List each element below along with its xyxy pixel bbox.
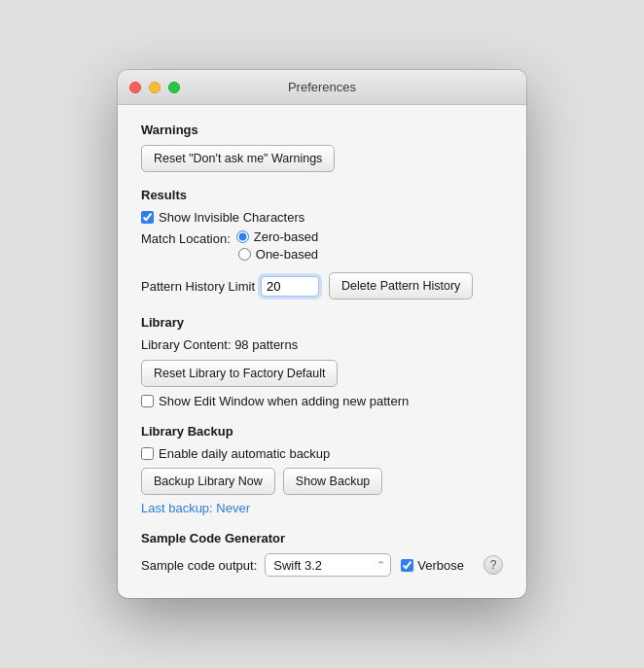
pattern-history-input[interactable] bbox=[261, 276, 319, 297]
one-based-label: One-based bbox=[256, 247, 318, 262]
preferences-window: Preferences Warnings Reset "Don't ask me… bbox=[118, 70, 526, 598]
titlebar: Preferences bbox=[118, 70, 526, 105]
last-backup-row: Last backup: Never bbox=[141, 501, 503, 515]
library-content-value: 98 patterns bbox=[234, 337, 298, 352]
show-invisible-checkbox[interactable] bbox=[141, 211, 154, 224]
pattern-history-label: Pattern History Limit bbox=[141, 279, 255, 294]
traffic-lights bbox=[129, 82, 180, 93]
library-section-title: Library bbox=[141, 315, 503, 330]
one-based-radio[interactable] bbox=[238, 248, 251, 261]
sample-output-label: Sample code output: bbox=[141, 558, 257, 573]
show-invisible-label: Show Invisible Characters bbox=[159, 210, 304, 225]
enable-daily-checkbox[interactable] bbox=[141, 447, 154, 460]
show-backup-button[interactable]: Show Backup bbox=[283, 468, 382, 495]
sample-output-select[interactable]: Swift 3.2 Swift 2.3 Objective-C bbox=[265, 553, 391, 577]
show-edit-checkbox[interactable] bbox=[141, 395, 154, 407]
help-button[interactable]: ? bbox=[483, 555, 503, 575]
sample-output-select-wrapper: Swift 3.2 Swift 2.3 Objective-C ⌃ bbox=[265, 553, 391, 577]
last-backup-value: Never bbox=[216, 501, 250, 515]
verbose-label: Verbose bbox=[417, 558, 464, 573]
warnings-section-title: Warnings bbox=[141, 123, 503, 137]
close-button[interactable] bbox=[129, 82, 141, 93]
zero-based-radio[interactable] bbox=[236, 230, 249, 243]
reset-warnings-button[interactable]: Reset "Don't ask me" Warnings bbox=[141, 145, 335, 172]
library-backup-section-title: Library Backup bbox=[141, 424, 503, 439]
enable-daily-label: Enable daily automatic backup bbox=[159, 446, 330, 461]
backup-now-button[interactable]: Backup Library Now bbox=[141, 468, 275, 495]
delete-pattern-history-button[interactable]: Delete Pattern History bbox=[329, 272, 473, 299]
last-backup-label: Last backup: bbox=[141, 501, 213, 515]
zero-based-label: Zero-based bbox=[254, 229, 318, 244]
window-title: Preferences bbox=[288, 80, 356, 94]
library-content-label: Library Content: bbox=[141, 337, 232, 352]
preferences-content: Warnings Reset "Don't ask me" Warnings R… bbox=[118, 105, 526, 598]
verbose-checkbox[interactable] bbox=[401, 559, 413, 572]
reset-library-button[interactable]: Reset Library to Factory Default bbox=[141, 360, 338, 387]
show-edit-label: Show Edit Window when adding new pattern bbox=[159, 394, 409, 408]
minimize-button[interactable] bbox=[149, 82, 161, 93]
sample-code-section-title: Sample Code Generator bbox=[141, 531, 503, 545]
library-content-row: Library Content: 98 patterns bbox=[141, 337, 503, 352]
match-location-label: Match Location: bbox=[141, 231, 231, 246]
maximize-button[interactable] bbox=[168, 82, 180, 93]
results-section-title: Results bbox=[141, 188, 503, 202]
